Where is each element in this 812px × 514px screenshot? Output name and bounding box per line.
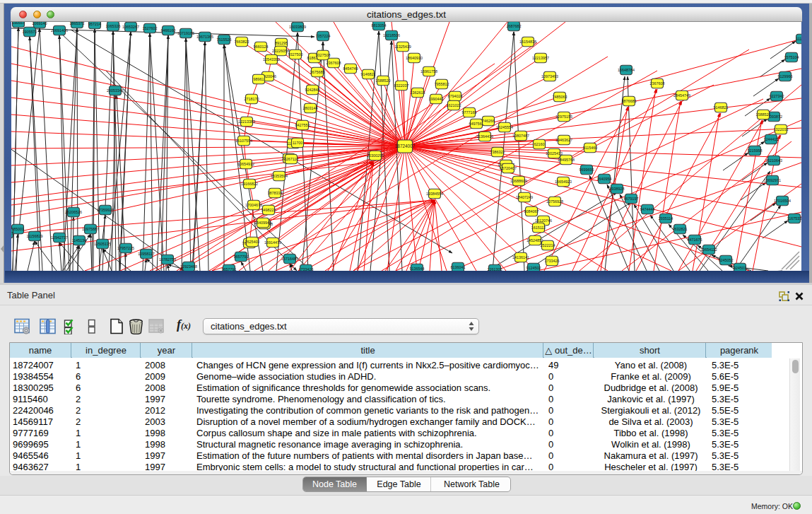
svg-text:25300295: 25300295 bbox=[367, 153, 384, 158]
svg-text:7515526: 7515526 bbox=[217, 37, 232, 42]
svg-text:2935114: 2935114 bbox=[659, 216, 673, 221]
svg-text:10807487: 10807487 bbox=[512, 134, 529, 138]
svg-text:6794024: 6794024 bbox=[448, 94, 463, 98]
svg-text:1640954: 1640954 bbox=[597, 177, 612, 181]
svg-text:1588520: 1588520 bbox=[376, 78, 391, 83]
svg-text:8136041: 8136041 bbox=[451, 265, 466, 269]
svg-text:19463627: 19463627 bbox=[555, 138, 572, 142]
svg-text:16654923: 16654923 bbox=[555, 180, 572, 184]
svg-text:957214: 957214 bbox=[88, 22, 101, 26]
svg-text:19218506: 19218506 bbox=[383, 33, 400, 37]
svg-text:14524851: 14524851 bbox=[526, 238, 543, 243]
svg-text:17004678: 17004678 bbox=[245, 203, 262, 207]
svg-text:10025433: 10025433 bbox=[546, 151, 563, 156]
svg-text:8938928: 8938928 bbox=[610, 187, 625, 191]
svg-text:9777169: 9777169 bbox=[462, 110, 477, 115]
svg-text:10958117: 10958117 bbox=[138, 252, 155, 256]
svg-text:10688609: 10688609 bbox=[510, 179, 527, 183]
svg-text:2803144: 2803144 bbox=[303, 106, 318, 110]
svg-text:1527602: 1527602 bbox=[143, 26, 158, 30]
svg-text:1615112: 1615112 bbox=[531, 226, 546, 230]
svg-text:9227342: 9227342 bbox=[770, 94, 784, 98]
svg-text:2718170: 2718170 bbox=[245, 97, 259, 101]
svg-text:1588520: 1588520 bbox=[756, 112, 771, 117]
svg-text:8427552: 8427552 bbox=[295, 123, 310, 127]
svg-text:12975155: 12975155 bbox=[555, 115, 572, 119]
svg-text:11156829: 11156829 bbox=[26, 234, 42, 238]
svg-text:16782759: 16782759 bbox=[159, 257, 176, 262]
svg-text:18640910: 18640910 bbox=[406, 56, 423, 60]
svg-text:8322037: 8322037 bbox=[394, 83, 409, 88]
svg-text:12213383: 12213383 bbox=[238, 119, 255, 124]
svg-text:991457: 991457 bbox=[11, 231, 13, 235]
svg-text:9146821: 9146821 bbox=[714, 105, 729, 110]
svg-text:18495768: 18495768 bbox=[558, 158, 575, 162]
svg-text:1733426: 1733426 bbox=[299, 267, 314, 271]
svg-text:924501: 924501 bbox=[734, 266, 746, 270]
svg-text:7357224: 7357224 bbox=[316, 34, 331, 38]
svg-text:2687682: 2687682 bbox=[507, 24, 522, 28]
svg-text:9699695: 9699695 bbox=[579, 168, 594, 172]
svg-text:8454749: 8454749 bbox=[343, 66, 358, 71]
svg-text:12505135: 12505135 bbox=[94, 242, 111, 246]
svg-text:9115460: 9115460 bbox=[583, 146, 598, 150]
svg-text:1865372: 1865372 bbox=[70, 22, 85, 25]
svg-text:9657791: 9657791 bbox=[222, 267, 237, 271]
svg-text:7632821: 7632821 bbox=[673, 227, 688, 231]
svg-text:3876685: 3876685 bbox=[622, 99, 637, 103]
svg-text:5498222: 5498222 bbox=[261, 208, 276, 212]
svg-text:2069140: 2069140 bbox=[33, 22, 47, 25]
svg-text:9146821: 9146821 bbox=[361, 72, 376, 76]
svg-text:3878334: 3878334 bbox=[268, 191, 283, 195]
svg-text:7663822: 7663822 bbox=[235, 40, 249, 44]
svg-text:20053346: 20053346 bbox=[107, 88, 124, 93]
svg-text:1244415: 1244415 bbox=[764, 137, 779, 141]
svg-text:12213957: 12213957 bbox=[532, 56, 549, 60]
svg-text:9084067: 9084067 bbox=[524, 209, 539, 214]
svg-text:62160: 62160 bbox=[534, 142, 545, 146]
svg-text:9660124: 9660124 bbox=[254, 45, 269, 49]
svg-text:1322032: 1322032 bbox=[774, 127, 789, 132]
svg-text:18407249: 18407249 bbox=[516, 195, 533, 199]
svg-text:9474444: 9474444 bbox=[640, 207, 655, 211]
svg-text:12942737: 12942737 bbox=[51, 235, 68, 240]
svg-text:11325419: 11325419 bbox=[394, 45, 411, 49]
svg-text:1065326: 1065326 bbox=[106, 24, 121, 28]
svg-text:15716485: 15716485 bbox=[281, 257, 298, 261]
svg-text:1362615: 1362615 bbox=[411, 90, 425, 95]
svg-text:16033809: 16033809 bbox=[289, 25, 306, 29]
svg-text:1733426: 1733426 bbox=[545, 259, 560, 263]
svg-text:9327508: 9327508 bbox=[316, 53, 331, 57]
svg-text:10719185: 10719185 bbox=[177, 31, 194, 35]
svg-text:2367608: 2367608 bbox=[326, 61, 341, 65]
svg-text:1167533: 1167533 bbox=[787, 216, 801, 221]
svg-text:14136141: 14136141 bbox=[512, 255, 529, 259]
svg-text:111215: 111215 bbox=[796, 37, 801, 41]
svg-text:1575104: 1575104 bbox=[784, 55, 799, 59]
svg-text:3675685: 3675685 bbox=[310, 70, 325, 74]
svg-text:16961758: 16961758 bbox=[420, 69, 437, 74]
svg-text:7485063: 7485063 bbox=[553, 95, 567, 99]
svg-text:10654912: 10654912 bbox=[237, 162, 254, 166]
svg-text:16154838: 16154838 bbox=[519, 40, 536, 44]
svg-text:28454749: 28454749 bbox=[673, 93, 690, 98]
svg-text:12923468: 12923468 bbox=[180, 264, 197, 269]
svg-text:9657791: 9657791 bbox=[234, 255, 249, 259]
svg-text:1621022: 1621022 bbox=[447, 103, 461, 107]
svg-text:10671365: 10671365 bbox=[196, 35, 213, 39]
svg-text:15692971: 15692971 bbox=[764, 178, 781, 182]
svg-text:10975887: 10975887 bbox=[82, 227, 99, 231]
svg-text:16120746: 16120746 bbox=[535, 218, 552, 223]
svg-text:23226058: 23226058 bbox=[272, 49, 289, 53]
svg-text:98961: 98961 bbox=[254, 77, 264, 81]
svg-text:1145134: 1145134 bbox=[72, 238, 87, 243]
svg-text:16648784: 16648784 bbox=[618, 68, 635, 72]
svg-text:11700: 11700 bbox=[293, 141, 303, 145]
svg-text:10973493: 10973493 bbox=[541, 74, 558, 78]
svg-text:15353594: 15353594 bbox=[271, 174, 288, 178]
svg-text:16107554: 16107554 bbox=[235, 139, 252, 143]
svg-text:9245052: 9245052 bbox=[719, 258, 734, 262]
svg-text:8471675: 8471675 bbox=[688, 238, 702, 242]
svg-text:6679197: 6679197 bbox=[624, 197, 639, 201]
svg-text:7386322: 7386322 bbox=[490, 150, 505, 154]
